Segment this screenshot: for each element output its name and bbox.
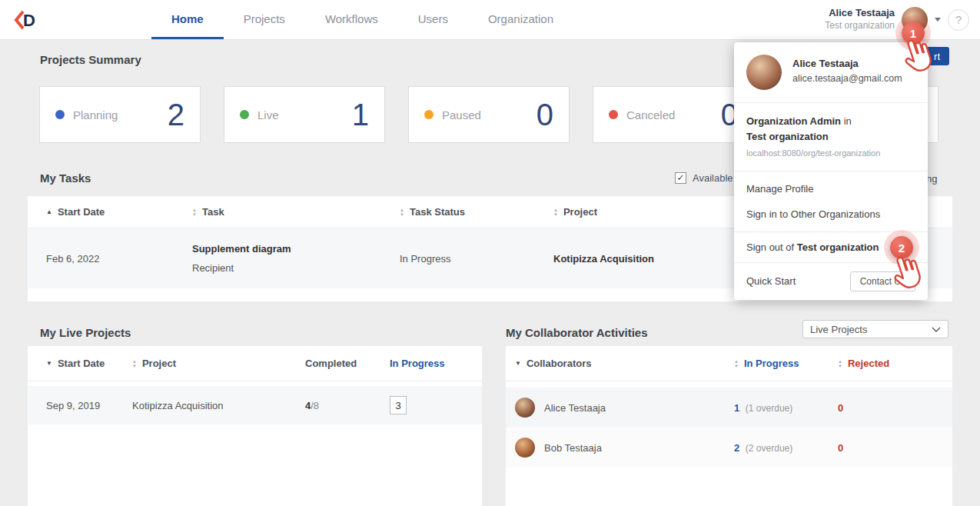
selected-filter-value: Live Projects bbox=[810, 324, 867, 335]
col-label: Collaborators bbox=[527, 358, 592, 369]
collaborators-header: ▼ Collaborators ▲▼ In Progress ▲▼ Reject… bbox=[506, 346, 952, 381]
col-label: Task bbox=[202, 206, 224, 218]
sort-icon: ▲▼ bbox=[734, 359, 739, 368]
collaborator-activities-title: My Collaborator Activities bbox=[506, 326, 647, 339]
stat-card-canceled[interactable]: Canceled 0 bbox=[593, 86, 754, 143]
col-label: Project bbox=[142, 358, 176, 369]
user-menu-identity: Alice Testaaja alice.testaaja@gmail.com bbox=[792, 55, 902, 84]
collaborator-avatar bbox=[515, 398, 535, 418]
collaborator-activities-panel: ▼ Collaborators ▲▼ In Progress ▲▼ Reject… bbox=[506, 346, 952, 506]
overdue-note: (2 overdue) bbox=[746, 443, 792, 454]
completed-cell: 4/8 bbox=[305, 400, 390, 411]
stat-value: 1 bbox=[352, 98, 369, 132]
projects-summary-title: Projects Summary bbox=[40, 53, 141, 66]
col-task[interactable]: ▲▼ Task bbox=[192, 206, 400, 218]
task-start-date: Feb 6, 2022 bbox=[46, 253, 192, 265]
collaborator-cell: Alice Testaaja bbox=[515, 398, 734, 418]
col-project[interactable]: ▲▼ Project bbox=[132, 358, 305, 369]
user-identity: Alice Testaaja Test organization bbox=[825, 7, 895, 32]
my-live-projects-title: My Live Projects bbox=[40, 326, 131, 339]
task-cell: Supplement diagram Recipient bbox=[192, 243, 400, 274]
project-start-date: Sep 9, 2019 bbox=[46, 400, 132, 411]
col-label: Rejected bbox=[848, 358, 889, 369]
collaborator-name: Bob Testaaja bbox=[544, 442, 602, 454]
stat-card-planning[interactable]: Planning 2 bbox=[39, 86, 201, 143]
stat-value: 0 bbox=[537, 98, 553, 132]
available-checkbox-label: Available bbox=[693, 172, 733, 184]
role-line: Organization Admin in bbox=[746, 114, 915, 129]
collaborator-rows: Alice Testaaja 1 (1 overdue) 0 Bob Testa… bbox=[506, 388, 952, 468]
col-label: Project bbox=[563, 206, 597, 218]
stat-card-paused[interactable]: Paused 0 bbox=[408, 86, 570, 143]
my-tasks-title: My Tasks bbox=[40, 171, 91, 185]
in-progress-cell: 3 bbox=[390, 396, 463, 414]
col-start-date[interactable]: ▲ Start Date bbox=[46, 206, 192, 218]
stat-label: Planning bbox=[73, 108, 168, 122]
user-name: Alice Testaaja bbox=[825, 7, 895, 20]
sort-desc-icon: ▼ bbox=[515, 360, 521, 367]
in-progress-count: 2 bbox=[734, 442, 739, 454]
col-label: Start Date bbox=[58, 358, 105, 369]
rejected-count: 0 bbox=[838, 442, 943, 454]
paused-dot-icon bbox=[424, 110, 434, 119]
collaborator-cell: Bob Testaaja bbox=[515, 438, 734, 458]
collaborator-avatar bbox=[515, 438, 535, 458]
col-collaborators[interactable]: ▼ Collaborators bbox=[515, 358, 734, 369]
table-row[interactable]: Bob Testaaja 2 (2 overdue) 0 bbox=[506, 428, 952, 468]
projects-filter-select[interactable]: Live Projects bbox=[802, 320, 948, 338]
task-subtitle: Recipient bbox=[192, 262, 400, 274]
user-cluster: Alice Testaaja Test organization ? bbox=[825, 7, 969, 33]
nav-item-home[interactable]: Home bbox=[151, 0, 224, 39]
stat-card-live[interactable]: Live 1 bbox=[224, 86, 385, 143]
user-menu-email: alice.testaaja@gmail.com bbox=[792, 73, 902, 84]
in-progress-count-button[interactable]: 3 bbox=[390, 396, 407, 414]
stat-label: Paused bbox=[442, 108, 537, 122]
chevron-down-icon bbox=[932, 327, 941, 332]
app-logo[interactable]: D bbox=[12, 6, 40, 34]
nav-item-projects[interactable]: Projects bbox=[224, 0, 305, 39]
project-name: Kotipizza Acquisition bbox=[132, 400, 305, 411]
svg-text:D: D bbox=[23, 11, 35, 30]
nav-item-users[interactable]: Users bbox=[398, 0, 468, 39]
nav-item-organization[interactable]: Organization bbox=[468, 0, 573, 39]
role-suffix: in bbox=[841, 115, 852, 127]
task-title: Supplement diagram bbox=[192, 243, 400, 255]
menu-item-manage-profile[interactable]: Manage Profile bbox=[734, 176, 928, 201]
col-start-date[interactable]: ▼ Start Date bbox=[46, 358, 132, 369]
table-row[interactable]: Sep 9, 2019 Kotipizza Acquisition 4/8 3 bbox=[28, 386, 482, 424]
stat-value: 2 bbox=[168, 98, 184, 132]
col-task-status[interactable]: ▲▼ Task Status bbox=[400, 206, 553, 218]
available-checkbox[interactable]: ✓ bbox=[675, 172, 686, 184]
table-row[interactable]: Alice Testaaja 1 (1 overdue) 0 bbox=[506, 388, 952, 428]
col-in-progress[interactable]: In Progress bbox=[390, 358, 463, 369]
col-completed[interactable]: Completed bbox=[305, 358, 390, 369]
menu-item-sign-in-other-orgs[interactable]: Sign in to Other Organizations bbox=[734, 201, 928, 227]
sort-icon: ▲▼ bbox=[553, 208, 558, 217]
canceled-dot-icon bbox=[609, 110, 618, 119]
live-projects-header: ▼ Start Date ▲▼ Project Completed In Pro… bbox=[28, 346, 482, 381]
collaborator-name: Alice Testaaja bbox=[544, 402, 606, 414]
nav-item-workflows[interactable]: Workflows bbox=[305, 0, 398, 39]
in-progress-count: 1 bbox=[734, 402, 739, 414]
sign-out-org: Test organization bbox=[797, 241, 879, 253]
sort-icon: ▲▼ bbox=[838, 359, 842, 368]
chevron-down-icon[interactable] bbox=[935, 18, 941, 22]
col-rejected[interactable]: ▲▼ Rejected bbox=[838, 358, 943, 369]
tasks-filter: ✓ Available bbox=[675, 172, 733, 184]
in-progress-cell: 1 (1 overdue) bbox=[734, 402, 838, 414]
organization-name: Test organization bbox=[746, 129, 915, 145]
help-button[interactable]: ? bbox=[948, 9, 969, 31]
user-menu-header: Alice Testaaja alice.testaaja@gmail.com bbox=[734, 42, 928, 102]
col-in-progress[interactable]: ▲▼ In Progress bbox=[734, 358, 838, 369]
stat-label: Canceled bbox=[626, 108, 721, 122]
sort-icon: ▲▼ bbox=[132, 359, 137, 368]
menu-item-quick-start[interactable]: Quick Start bbox=[746, 275, 796, 287]
col-label: In Progress bbox=[390, 358, 445, 369]
main-nav: Home Projects Workflows Users Organizati… bbox=[151, 0, 573, 39]
stat-label: Live bbox=[257, 108, 352, 122]
overdue-note: (1 overdue) bbox=[746, 403, 792, 414]
my-live-projects-panel: ▼ Start Date ▲▼ Project Completed In Pro… bbox=[28, 346, 482, 506]
top-navbar: D Home Projects Workflows Users Organiza… bbox=[0, 0, 980, 40]
organization-url: localhost:8080/org/test-organization bbox=[746, 147, 915, 160]
truncated-filter-text: ng bbox=[926, 173, 937, 185]
